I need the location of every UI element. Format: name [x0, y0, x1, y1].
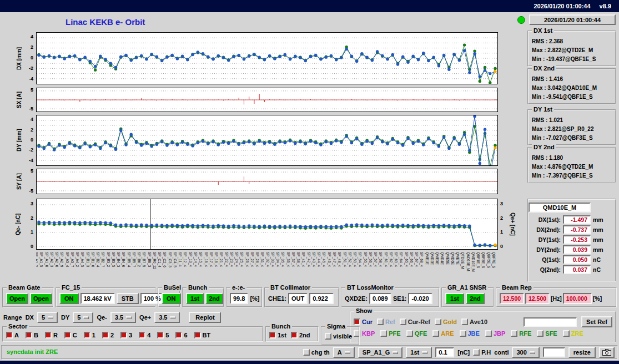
fc15-stb-button[interactable]: STB [117, 293, 139, 304]
sector-checkbox-bt[interactable]: BT [194, 332, 211, 338]
show-region-checkbox-are[interactable]: ARE [432, 330, 454, 337]
sy-chart[interactable] [36, 169, 498, 194]
sector-select[interactable]: A [333, 347, 355, 358]
checkbox-label: R [53, 332, 58, 338]
replot-button[interactable]: Replot [189, 312, 221, 323]
show-checkbox-cur-ref[interactable]: Cur-Ref [400, 318, 430, 325]
checkbox[interactable] [303, 349, 310, 356]
dx-2nd-stats-box: DX 2ndRMS : 1.416Max : 3.042@QAD10E_MMin… [527, 68, 616, 104]
sector-checkbox-2[interactable]: 2 [102, 332, 114, 338]
ph-checkbox[interactable]: P.H [473, 349, 491, 356]
set-ref-input[interactable] [524, 317, 577, 327]
checkbox[interactable] [432, 330, 439, 337]
checkbox[interactable] [377, 318, 384, 325]
gr-a1-2nd-button[interactable]: 2nd [466, 293, 485, 304]
range-qe-plus-select[interactable]: 3.5 [154, 312, 180, 323]
sector-checkbox-6[interactable]: 6 [175, 332, 187, 338]
checkbox[interactable] [84, 332, 90, 338]
beam-gate-open-button-1[interactable]: Open [6, 293, 28, 304]
sector-checkbox-r[interactable]: R [45, 332, 58, 338]
checkbox[interactable] [64, 332, 71, 338]
checkbox[interactable] [194, 332, 201, 338]
gr-a1-1st-button[interactable]: 1st [445, 293, 464, 304]
checkbox[interactable] [435, 318, 441, 325]
checkbox[interactable] [460, 330, 466, 337]
beam-gate-open-button-2[interactable]: Open [30, 293, 52, 304]
points-select[interactable]: 300 [512, 347, 539, 358]
beam-rep-hz-label: [Hz] [551, 295, 562, 302]
checkbox[interactable] [291, 332, 298, 338]
conti-label: conti [494, 349, 509, 356]
range-dy-select[interactable]: 5 [73, 312, 93, 323]
bpm-select[interactable]: SP_A1_G [358, 347, 403, 358]
sector-checkbox-1[interactable]: 1 [84, 332, 95, 338]
sigma-visible-checkbox[interactable]: visible [325, 333, 352, 340]
show-checkbox-gold[interactable]: Gold [435, 318, 457, 325]
checkbox[interactable] [537, 330, 543, 337]
dy-chart[interactable] [36, 115, 498, 166]
show-checkbox-cur[interactable]: Cur [354, 318, 373, 325]
show-region-checkbox-rfe[interactable]: RFE [511, 330, 531, 337]
show-region-checkbox-zre[interactable]: ZRE [563, 330, 583, 337]
checkbox[interactable] [354, 318, 360, 325]
checkbox[interactable] [380, 330, 387, 337]
resize-button[interactable]: resize [568, 347, 596, 358]
bunch-checkbox-2nd[interactable]: 2nd [291, 332, 310, 338]
screenshot-button[interactable] [599, 347, 615, 358]
bunch-2nd-button[interactable]: 2nd [205, 293, 223, 304]
qe-chart[interactable] [36, 199, 498, 250]
extra-input[interactable] [543, 347, 565, 357]
sx-chart[interactable] [36, 88, 498, 112]
checkbox[interactable] [325, 333, 331, 340]
fc15-on-button[interactable]: ON [59, 293, 79, 304]
checkbox[interactable] [400, 318, 406, 325]
sector-checkbox-a[interactable]: A [6, 332, 19, 338]
titlebar-version: v8.9 [600, 3, 611, 9]
range-qe-minus-select[interactable]: 3.5 [110, 312, 136, 323]
bunch-order-select[interactable]: 1st [406, 347, 432, 358]
checkbox[interactable] [563, 330, 570, 337]
bunch-checkbox-1st[interactable]: 1st [269, 332, 286, 338]
checkbox[interactable] [269, 332, 276, 338]
checkbox[interactable] [473, 349, 480, 356]
sector-checkbox-b[interactable]: B [26, 332, 38, 338]
show-checkbox-ref[interactable]: Ref [377, 318, 395, 325]
x-axis-bpm-label: SP_C1_4 [158, 252, 162, 267]
sector-checkbox-3[interactable]: 3 [120, 332, 132, 338]
checkbox[interactable] [175, 332, 182, 338]
checkbox[interactable] [485, 330, 492, 337]
show-region-checkbox-qfe[interactable]: QFE [406, 330, 427, 337]
checkbox[interactable] [461, 318, 468, 325]
chg-th-checkbox[interactable]: chg th [303, 349, 330, 356]
checkbox[interactable] [102, 332, 109, 338]
checkbox[interactable] [139, 332, 145, 338]
checkbox[interactable] [26, 332, 32, 338]
y-tick-label: -2 [23, 147, 33, 153]
set-ref-button[interactable]: Set Ref [581, 316, 612, 327]
checkbox[interactable] [157, 332, 164, 338]
sector-checkbox-c[interactable]: C [64, 332, 77, 338]
dx-chart[interactable] [36, 32, 498, 84]
show-region-checkbox-jbe[interactable]: JBE [460, 330, 480, 337]
threshold-input[interactable] [435, 347, 454, 357]
checkbox[interactable] [45, 332, 52, 338]
sector-checkbox-4[interactable]: 4 [139, 332, 150, 338]
beam-rep-percent-label: [%] [593, 295, 602, 302]
checkbox[interactable] [511, 330, 517, 337]
checkbox-label: P.H [481, 349, 491, 356]
sector-checkbox-5[interactable]: 5 [157, 332, 169, 338]
show-checkbox-ave10[interactable]: Ave10 [461, 318, 487, 325]
y-tick-label: -4 [23, 76, 33, 82]
range-dx-select[interactable]: 5 [37, 312, 58, 323]
option-menu-indicator-icon [422, 351, 427, 354]
show-region-checkbox-sfe[interactable]: SFE [537, 330, 557, 337]
bunch-1st-button[interactable]: 1st [186, 293, 204, 304]
show-region-checkbox-pfe[interactable]: PFE [380, 330, 400, 337]
x-axis-bpm-label: SP_B2_4 [96, 252, 100, 267]
show-region-checkbox-jbp[interactable]: JBP [485, 330, 505, 337]
checkbox[interactable] [406, 330, 413, 337]
checkbox[interactable] [120, 332, 127, 338]
checkbox-label: ZRE [571, 330, 583, 337]
busel-on-button[interactable]: ON [162, 293, 181, 304]
checkbox[interactable] [6, 332, 13, 338]
